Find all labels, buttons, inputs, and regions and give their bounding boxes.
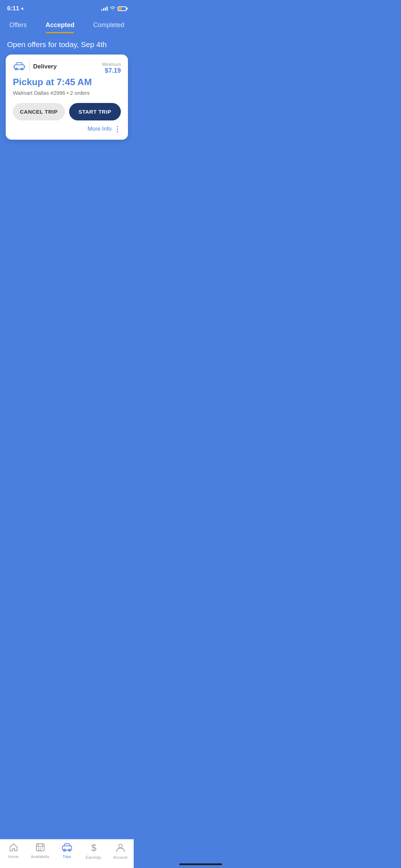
minimum-label: Minimum xyxy=(102,62,121,67)
card-footer: More Info ⋮ xyxy=(13,125,121,133)
status-bar: 6:11 ➤ xyxy=(0,0,134,15)
pickup-time: Pickup at 7:45 AM xyxy=(13,77,121,88)
tab-completed[interactable]: Completed xyxy=(88,19,130,32)
minimum-amount: $7.19 xyxy=(102,67,121,74)
tab-offers[interactable]: Offers xyxy=(4,19,32,32)
section-title: Open offers for today, Sep 4th xyxy=(0,32,134,55)
minimum-block: Minimum $7.19 xyxy=(102,62,121,74)
start-trip-button[interactable]: START TRIP xyxy=(69,103,121,120)
wifi-icon xyxy=(110,6,115,11)
more-info-dots-icon[interactable]: ⋮ xyxy=(114,125,121,133)
tab-accepted[interactable]: Accepted xyxy=(40,19,80,32)
delivery-card: Delivery Minimum $7.19 Pickup at 7:45 AM… xyxy=(6,55,128,140)
more-info-link[interactable]: More Info xyxy=(87,126,112,132)
car-icon xyxy=(13,62,26,72)
store-info: Walmart Dallas #2996 • 2 orders xyxy=(13,90,121,96)
tab-bar: Offers Accepted Completed xyxy=(0,15,134,32)
status-time: 6:11 ➤ xyxy=(7,5,24,12)
divider xyxy=(29,62,30,72)
cancel-trip-button[interactable]: CANCEL TRIP xyxy=(13,103,65,120)
card-type-row: Delivery xyxy=(13,62,57,72)
status-icons xyxy=(101,6,127,11)
battery-icon xyxy=(118,6,127,11)
card-header: Delivery Minimum $7.19 xyxy=(13,62,121,74)
card-type-label: Delivery xyxy=(33,63,57,70)
card-buttons: CANCEL TRIP START TRIP xyxy=(13,103,121,120)
signal-icon xyxy=(101,6,108,11)
